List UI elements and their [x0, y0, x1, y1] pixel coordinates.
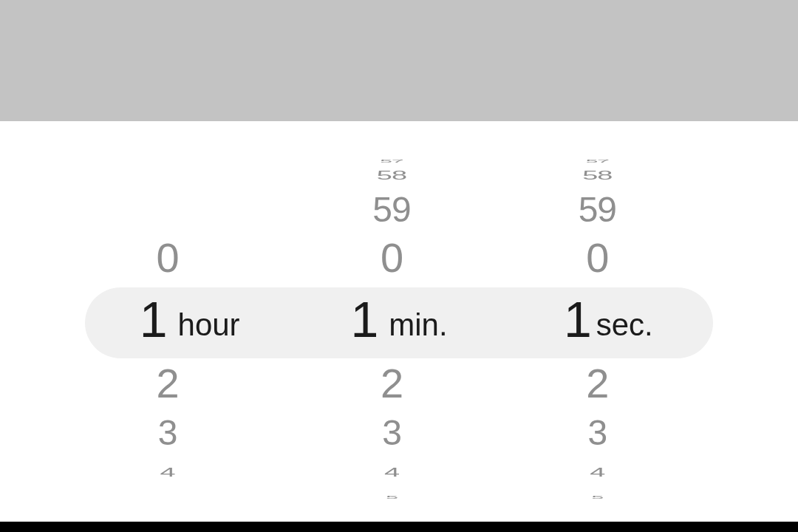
hour-option: 2	[85, 359, 294, 407]
minute-selected: 1 min.	[294, 294, 503, 353]
second-option: 3	[504, 412, 713, 453]
hour-value: 1	[140, 294, 168, 344]
hour-label: hour	[178, 310, 240, 341]
minute-option: 57	[294, 160, 503, 163]
second-option: 58	[504, 168, 713, 183]
hour-option: 0	[85, 233, 294, 282]
minute-option: 58	[294, 168, 503, 183]
hour-option: 4	[85, 466, 294, 480]
picker-columns: 0 1 hour 2 3 4 57 58 59 0 1 min. 2 3 4 5	[85, 121, 713, 522]
minute-option: 0	[294, 233, 503, 282]
minute-option: 4	[294, 466, 503, 480]
minute-option: 2	[294, 359, 503, 407]
second-option: 4	[504, 466, 713, 480]
second-label: sec.	[596, 310, 653, 341]
second-wheel[interactable]: 57 58 59 0 1 sec. 2 3 4 5	[504, 121, 713, 522]
second-option: 59	[504, 189, 713, 230]
time-picker: 0 1 hour 2 3 4 57 58 59 0 1 min. 2 3 4 5	[0, 121, 798, 522]
minute-label: min.	[389, 310, 447, 341]
second-value: 1	[564, 294, 592, 344]
minute-wheel[interactable]: 57 58 59 0 1 min. 2 3 4 5	[294, 121, 503, 522]
hour-wheel[interactable]: 0 1 hour 2 3 4	[85, 121, 294, 522]
second-option: 57	[504, 160, 713, 163]
minute-option: 59	[294, 189, 503, 230]
header-bar	[0, 0, 798, 121]
hour-selected: 1 hour	[85, 294, 294, 353]
bottom-bar	[0, 522, 798, 532]
second-option: 0	[504, 233, 713, 282]
second-option: 5	[504, 495, 713, 499]
second-selected: 1 sec.	[504, 294, 713, 353]
minute-option: 5	[294, 495, 503, 499]
hour-option: 3	[85, 412, 294, 453]
minute-option: 3	[294, 412, 503, 453]
minute-value: 1	[350, 294, 378, 344]
second-option: 2	[504, 359, 713, 407]
